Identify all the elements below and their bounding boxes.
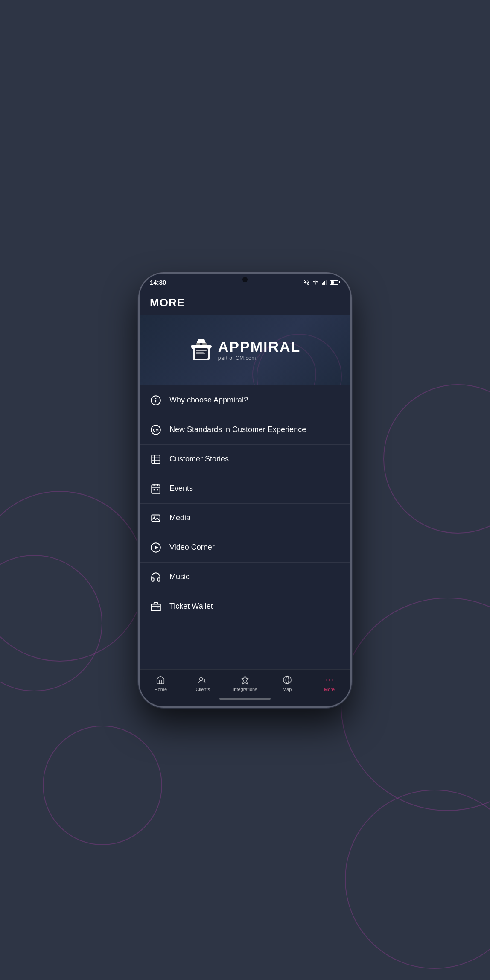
svg-rect-3 — [326, 280, 327, 285]
nav-item-clients[interactable]: Clients — [182, 673, 224, 694]
wifi-icon — [312, 280, 319, 286]
nav-item-more[interactable]: More — [308, 673, 350, 694]
image-frame-icon — [150, 512, 162, 524]
grid-book-icon — [150, 453, 162, 465]
svg-rect-1 — [323, 282, 324, 284]
nav-item-map[interactable]: Map — [266, 673, 308, 694]
info-circle-icon — [150, 394, 162, 406]
menu-item-new-standards[interactable]: CM New Standards in Customer Experience — [140, 415, 350, 445]
nav-label-map: Map — [283, 687, 292, 692]
svg-rect-0 — [322, 283, 323, 285]
svg-rect-6 — [196, 350, 207, 351]
svg-point-34 — [158, 607, 158, 608]
menu-label-new-standards: New Standards in Customer Experience — [169, 425, 306, 435]
menu-label-ticket-wallet: Ticket Wallet — [169, 601, 213, 611]
menu-item-why-choose[interactable]: Why choose Appmiral? — [140, 386, 350, 415]
page-title: MORE — [150, 296, 340, 309]
menu-label-why-choose: Why choose Appmiral? — [169, 395, 248, 405]
svg-rect-27 — [154, 489, 155, 490]
menu-label-music: Music — [169, 572, 190, 582]
svg-rect-8 — [196, 353, 205, 354]
svg-rect-28 — [157, 489, 158, 490]
svg-rect-9 — [191, 345, 212, 348]
svg-point-39 — [331, 679, 333, 681]
nav-label-integrations: Integrations — [233, 687, 257, 692]
svg-rect-2 — [324, 281, 325, 285]
logo-sub-text: part of CM.com — [218, 355, 301, 361]
headphones-icon — [150, 571, 162, 583]
menu-item-music[interactable]: Music — [140, 563, 350, 592]
cm-circle-icon: CM — [150, 424, 162, 436]
page-title-bar: MORE — [140, 289, 350, 315]
menu-label-events: Events — [169, 484, 193, 493]
app-logo: APPMIRAL part of CM.com — [190, 336, 301, 364]
nav-label-home: Home — [155, 687, 167, 692]
nav-item-integrations[interactable]: Integrations — [224, 673, 266, 694]
nav-label-more: More — [324, 687, 335, 692]
menu-label-media: Media — [169, 513, 190, 523]
phone-device: 14:30 — [138, 272, 352, 708]
svg-point-11 — [200, 343, 202, 345]
svg-point-13 — [208, 347, 210, 349]
wallet-icon — [150, 601, 162, 612]
menu-item-video-corner[interactable]: Video Corner — [140, 533, 350, 563]
appmiral-logo-icon — [190, 336, 213, 364]
svg-point-38 — [329, 679, 330, 681]
menu-item-ticket-wallet[interactable]: Ticket Wallet — [140, 592, 350, 621]
phone-frame: 14:30 — [138, 272, 352, 708]
calendar-grid-icon — [150, 483, 162, 495]
logo-text: APPMIRAL part of CM.com — [218, 338, 301, 361]
more-nav-icon — [324, 675, 335, 685]
status-time: 14:30 — [150, 279, 166, 286]
home-bar — [219, 698, 271, 700]
menu-item-media[interactable]: Media — [140, 504, 350, 533]
menu-item-events[interactable]: Events — [140, 474, 350, 504]
screen-content: MORE — [140, 289, 350, 703]
status-icons — [303, 280, 340, 286]
menu-label-video-corner: Video Corner — [169, 542, 215, 552]
hero-banner: APPMIRAL part of CM.com — [140, 315, 350, 385]
home-nav-icon — [155, 675, 166, 685]
svg-rect-29 — [152, 515, 160, 521]
svg-text:CM: CM — [153, 428, 158, 432]
map-nav-icon — [282, 675, 292, 685]
clients-nav-icon — [198, 675, 208, 685]
nav-label-clients: Clients — [195, 687, 210, 692]
integrations-nav-icon — [240, 675, 250, 685]
play-circle-icon — [150, 542, 162, 554]
svg-rect-19 — [152, 455, 160, 464]
nav-item-home[interactable]: Home — [140, 673, 182, 694]
svg-marker-32 — [155, 546, 159, 550]
mute-icon — [303, 280, 309, 286]
bottom-navigation: Home Clients — [140, 669, 350, 695]
svg-rect-7 — [196, 352, 204, 353]
menu-list: Why choose Appmiral? CM New Standards in… — [140, 386, 350, 669]
menu-label-customer-stories: Customer Stories — [169, 454, 229, 464]
svg-rect-23 — [152, 485, 160, 493]
menu-item-customer-stories[interactable]: Customer Stories — [140, 445, 350, 474]
logo-brand-name: APPMIRAL — [218, 338, 301, 355]
camera-notch — [242, 277, 248, 282]
svg-point-37 — [326, 679, 327, 681]
home-indicator — [140, 695, 350, 703]
svg-point-12 — [192, 347, 194, 349]
signal-icon — [321, 280, 327, 286]
battery-icon — [330, 280, 340, 285]
